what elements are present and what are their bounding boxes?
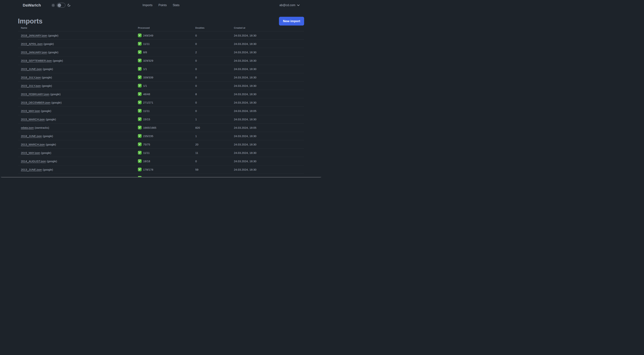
import-source-label: (google) — [46, 118, 56, 121]
doubles-cell: 1 — [192, 115, 231, 123]
success-check-icon — [138, 75, 142, 79]
processed-count: 15/15 — [143, 118, 150, 121]
processed-cell: 271/271 — [135, 98, 192, 107]
created-at-cell: 24.03.2024, 18:30 — [231, 65, 304, 73]
processed-count: 8/8 — [143, 51, 147, 54]
import-file-link[interactable]: 2013_MARCH.json — [21, 143, 45, 146]
doubles-cell: 0 — [192, 98, 231, 107]
processed-count: 339/339 — [143, 76, 153, 79]
processed-count: 235/235 — [143, 134, 153, 138]
name-cell: 2018_JANUARY.json(google) — [18, 31, 135, 40]
processed-cell: 18/18 — [135, 157, 192, 165]
page-head: Imports New import — [18, 17, 304, 25]
name-cell: 2019_DECEMBER.json(google) — [18, 98, 135, 107]
import-file-link[interactable]: 2015_FEBRUARY.json — [21, 93, 50, 96]
doubles-cell: 0 — [192, 65, 231, 73]
created-at-cell: 24.03.2024, 18:30 — [231, 165, 304, 174]
processed-count: 48/48 — [143, 93, 150, 96]
import-file-link[interactable]: 2018_JULY.json — [21, 76, 41, 79]
processed-cell: 235/235 — [135, 132, 192, 140]
table-row: 2015_JULY.json(google) 1/1 0 24.03.2024,… — [18, 82, 304, 90]
success-check-icon — [138, 126, 142, 129]
processed-cell: 8/8 — [135, 48, 192, 56]
processed-count: 11/11 — [143, 42, 150, 45]
navbar: DaWarIch Imports Points Stats ab@cd.com — [0, 0, 322, 10]
success-check-icon — [138, 84, 142, 87]
import-source-label: (google) — [53, 59, 63, 62]
processed-cell: 11/11 — [135, 107, 192, 115]
name-cell: 2015_JULY.json(google) — [18, 82, 135, 90]
created-at-cell: 24.03.2024, 18:30 — [231, 115, 304, 123]
import-file-link[interactable]: 2015_JULY.json — [21, 84, 41, 87]
doubles-cell: 0 — [192, 31, 231, 40]
table-row: 2015_JANUARY.json(google) 8/8 2 24.03.20… — [18, 48, 304, 56]
import-source-label: (google) — [42, 76, 52, 79]
app-logo[interactable]: DaWarIch — [23, 3, 41, 7]
processed-cell: 339/339 — [135, 73, 192, 82]
processed-cell: 1/1 — [135, 82, 192, 90]
success-check-icon — [138, 168, 142, 171]
doubles-cell: 820 — [192, 123, 231, 132]
doubles-cell: 0 — [192, 82, 231, 90]
import-source-label: (google) — [51, 101, 62, 104]
success-check-icon — [138, 101, 142, 104]
table-row: 2019_SEPTEMBER.json(google) 329/329 0 24… — [18, 56, 304, 65]
name-cell: odata.json(owntracks) — [18, 123, 135, 132]
import-source-label: (google) — [44, 42, 54, 45]
processed-count: 178/178 — [143, 168, 153, 171]
import-source-label: (google) — [41, 109, 51, 112]
name-cell: 2013_MARCH.json(google) — [18, 140, 135, 149]
table-row: 2018_JUNE.json(google) 235/235 1 24.03.2… — [18, 132, 304, 140]
nav-link-stats[interactable]: Stats — [173, 3, 180, 7]
processed-cell: 329/329 — [135, 56, 192, 65]
page-title: Imports — [18, 17, 42, 25]
created-at-cell: 24.03.2024, 18:30 — [231, 132, 304, 140]
import-file-link[interactable]: 2019_DECEMBER.json — [21, 101, 50, 104]
processed-count: 1/1 — [143, 67, 147, 71]
import-file-link[interactable]: 2015_JUNE.json — [21, 67, 42, 71]
success-check-icon — [138, 134, 142, 138]
import-file-link[interactable]: 2015_MARCH.json — [21, 118, 45, 121]
theme-toggle-switch[interactable] — [57, 3, 66, 8]
created-at-cell: 24.03.2024, 18:30 — [231, 56, 304, 65]
import-source-label: (google) — [46, 143, 56, 146]
table-row: odata.json(owntracks) 1665/1665 820 24.0… — [18, 123, 304, 132]
success-check-icon — [138, 67, 142, 71]
import-file-link[interactable]: 2019_SEPTEMBER.json — [21, 59, 52, 62]
column-header-doubles: Doubles — [192, 25, 231, 31]
success-check-icon — [138, 109, 142, 113]
created-at-cell: 24.03.2024, 18:30 — [231, 98, 304, 107]
import-file-link[interactable]: 2015_MAY.json — [21, 151, 40, 154]
table-row: 2015_APRIL.json(google) 11/11 0 24.03.20… — [18, 40, 304, 48]
nav-link-points[interactable]: Points — [158, 3, 166, 7]
column-header-name: Name — [18, 25, 135, 31]
user-menu[interactable]: ab@cd.com — [279, 0, 300, 10]
success-check-icon — [138, 59, 142, 62]
imports-page: Imports New import Name Processed Double… — [0, 17, 322, 177]
theme-toggle-group — [52, 3, 70, 8]
import-file-link[interactable]: 2014_AUGUST.json — [21, 160, 46, 163]
imports-table: Name Processed Doubles Created at 2018_J… — [18, 25, 304, 177]
table-row: 2018_JULY.json(google) 339/339 0 24.03.2… — [18, 73, 304, 82]
chevron-down-icon — [297, 4, 300, 6]
import-file-link[interactable]: 2018_JANUARY.json — [21, 34, 47, 37]
import-file-link[interactable]: odata.json — [21, 126, 34, 129]
doubles-cell: 0 — [192, 73, 231, 82]
table-row: 2013_JUNE.json(google) 178/178 59 24.03.… — [18, 165, 304, 174]
doubles-cell: 20 — [192, 140, 231, 149]
processed-count: 11/11 — [143, 151, 150, 154]
import-file-link[interactable]: 2018_JUNE.json — [21, 134, 42, 138]
import-file-link[interactable]: 2015_APRIL.json — [21, 42, 43, 45]
imports-table-body: 2018_JANUARY.json(google) 249/249 0 24.0… — [18, 31, 304, 178]
name-cell: 2013_JUNE.json(google) — [18, 165, 135, 174]
new-import-button[interactable]: New import — [279, 17, 304, 25]
import-file-link[interactable]: 2013_JUNE.json — [21, 168, 42, 171]
success-check-icon — [138, 92, 142, 96]
import-file-link[interactable]: 2015_MAY.json — [21, 109, 40, 112]
import-file-link[interactable]: 2015_JANUARY.json — [21, 51, 47, 54]
processed-count: 75/75 — [143, 143, 150, 146]
nav-link-imports[interactable]: Imports — [142, 3, 152, 7]
processed-cell: 11/11 — [135, 149, 192, 157]
success-check-icon — [138, 42, 142, 46]
processed-cell: 75/75 — [135, 140, 192, 149]
